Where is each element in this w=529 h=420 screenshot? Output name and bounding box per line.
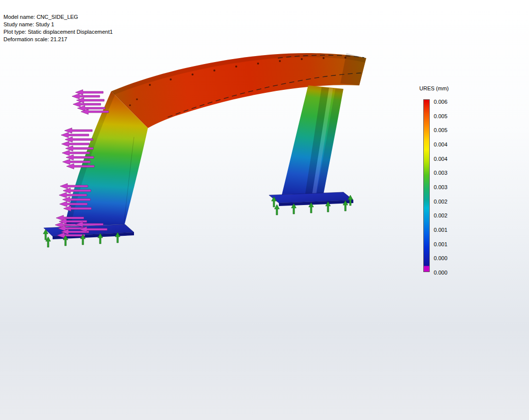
load-arrow-cluster-top (72, 90, 109, 115)
legend-color-bar (423, 99, 430, 272)
legend-tick: 0.003 (434, 170, 448, 176)
legend-tick: 0.000 (434, 255, 448, 261)
result-legend: URES (mm) 0.006 0.005 0.005 0.004 0.004 … (418, 85, 468, 289)
legend-tick: 0.002 (434, 212, 448, 218)
legend-tick: 0.000 (434, 270, 448, 276)
load-arrow-cluster-upper-mid (61, 128, 94, 169)
legend-tick: 0.004 (434, 141, 448, 147)
legend-tick: 0.002 (434, 199, 448, 205)
legend-tick: 0.006 (434, 99, 448, 105)
legend-title: URES (mm) (419, 85, 449, 91)
right-leg-member[interactable] (282, 85, 343, 195)
legend-tick: 0.005 (434, 127, 448, 133)
legend-tick: 0.001 (434, 241, 448, 247)
legend-tick: 0.001 (434, 227, 448, 233)
legend-tick: 0.003 (434, 184, 448, 190)
legend-tick: 0.005 (434, 113, 448, 119)
graphics-viewport[interactable]: Model name: CNC_SIDE_LEG Study name: Stu… (0, 0, 529, 420)
legend-tick: 0.004 (434, 156, 448, 162)
